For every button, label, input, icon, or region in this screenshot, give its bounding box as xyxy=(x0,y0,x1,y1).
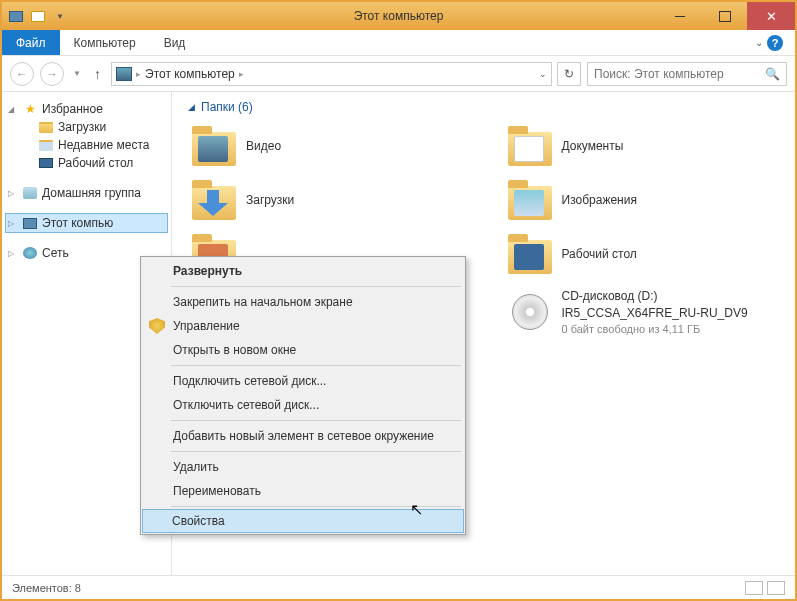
menu-item-label: Удалить xyxy=(173,460,219,474)
tab-view[interactable]: Вид xyxy=(150,30,200,55)
chevron-right-icon[interactable]: ▸ xyxy=(136,69,141,79)
item-label: Видео xyxy=(246,138,281,155)
collapse-icon: ◢ xyxy=(188,102,195,112)
quick-access-toolbar: ▼ xyxy=(2,8,68,24)
tree-label: Рабочий стол xyxy=(58,156,133,170)
menu-item-label: Добавить новый элемент в сетевое окружен… xyxy=(173,429,434,443)
status-text: Элементов: 8 xyxy=(12,582,81,594)
menu-item[interactable]: Закрепить на начальном экране xyxy=(143,290,463,314)
disc-icon xyxy=(508,292,552,332)
menu-item-label: Открыть в новом окне xyxy=(173,343,296,357)
tree-desktop[interactable]: Рабочий стол xyxy=(22,154,167,172)
refresh-button[interactable]: ↻ xyxy=(557,62,581,86)
menu-separator xyxy=(171,365,461,366)
menu-item[interactable]: Развернуть xyxy=(143,259,463,283)
up-button[interactable]: ↑ xyxy=(90,66,105,82)
menu-item[interactable]: Удалить xyxy=(143,455,463,479)
folder-icon xyxy=(192,126,236,166)
folder-icon xyxy=(508,126,552,166)
star-icon: ★ xyxy=(22,102,38,116)
menu-separator xyxy=(171,506,461,507)
item-label: Рабочий стол xyxy=(562,246,637,263)
folder-downloads[interactable]: Загрузки xyxy=(188,176,464,224)
properties-icon[interactable] xyxy=(8,8,24,24)
shield-icon xyxy=(149,318,165,334)
menu-item-label: Подключить сетевой диск... xyxy=(173,374,326,388)
search-input[interactable] xyxy=(594,67,780,81)
tree-homegroup[interactable]: ▷Домашняя группа xyxy=(6,184,167,202)
folder-icon xyxy=(508,180,552,220)
search-box[interactable]: 🔍 xyxy=(587,62,787,86)
forward-button[interactable]: → xyxy=(40,62,64,86)
menu-item-label: Свойства xyxy=(172,514,225,528)
close-button[interactable] xyxy=(747,2,795,30)
tree-label: Сеть xyxy=(42,246,69,260)
menu-separator xyxy=(171,420,461,421)
menu-item-label: Закрепить на начальном экране xyxy=(173,295,353,309)
menu-item[interactable]: Переименовать xyxy=(143,479,463,503)
section-title: Папки (6) xyxy=(201,100,253,114)
maximize-button[interactable] xyxy=(702,2,747,30)
network-icon xyxy=(22,246,38,260)
menu-item-label: Переименовать xyxy=(173,484,261,498)
chevron-right-icon[interactable]: ▸ xyxy=(239,69,244,79)
recent-icon xyxy=(38,138,54,152)
item-label: Документы xyxy=(562,138,624,155)
address-dropdown-icon[interactable]: ⌄ xyxy=(539,69,547,79)
menu-item-label: Управление xyxy=(173,319,240,333)
help-icon[interactable]: ? xyxy=(767,35,783,51)
folder-documents[interactable]: Документы xyxy=(504,122,780,170)
view-icons-button[interactable] xyxy=(767,581,785,595)
new-folder-icon[interactable] xyxy=(30,8,46,24)
view-switcher xyxy=(745,581,785,595)
drive-cd[interactable]: CD-дисковод (D:) IR5_CCSA_X64FRE_RU-RU_D… xyxy=(504,284,780,341)
menu-item[interactable]: Подключить сетевой диск... xyxy=(143,369,463,393)
menu-item[interactable]: Свойства xyxy=(142,509,464,533)
item-label: Изображения xyxy=(562,192,637,209)
item-label: Загрузки xyxy=(246,192,294,209)
folder-video[interactable]: Видео xyxy=(188,122,464,170)
tree-label: Загрузки xyxy=(58,120,106,134)
homegroup-icon xyxy=(22,186,38,200)
window-controls xyxy=(657,2,795,30)
folder-desktop[interactable]: Рабочий стол xyxy=(504,230,780,278)
back-button[interactable]: ← xyxy=(10,62,34,86)
section-header[interactable]: ◢ Папки (6) xyxy=(188,100,779,114)
menu-item[interactable]: Добавить новый элемент в сетевое окружен… xyxy=(143,424,463,448)
menu-item[interactable]: Открыть в новом окне xyxy=(143,338,463,362)
pc-icon xyxy=(22,216,38,230)
ribbon-collapse-icon[interactable]: ⌄ xyxy=(755,37,763,48)
breadcrumb[interactable]: Этот компьютер xyxy=(145,67,235,81)
menu-separator xyxy=(171,286,461,287)
folder-icon xyxy=(508,234,552,274)
view-details-button[interactable] xyxy=(745,581,763,595)
menu-item[interactable]: Управление xyxy=(143,314,463,338)
file-tab[interactable]: Файл xyxy=(2,30,60,55)
tree-downloads[interactable]: Загрузки xyxy=(22,118,167,136)
ribbon: Файл Компьютер Вид ⌄ ? xyxy=(2,30,795,56)
qat-dropdown-icon[interactable]: ▼ xyxy=(52,8,68,24)
minimize-button[interactable] xyxy=(657,2,702,30)
ribbon-right: ⌄ ? xyxy=(743,30,795,55)
tree-recent[interactable]: Недавние места xyxy=(22,136,167,154)
tab-computer[interactable]: Компьютер xyxy=(60,30,150,55)
tree-favorites[interactable]: ◢★Избранное xyxy=(6,100,167,118)
tree-this-pc[interactable]: ▷Этот компью xyxy=(5,213,168,233)
pc-icon xyxy=(116,67,132,81)
menu-item-label: Развернуть xyxy=(173,264,242,278)
address-bar[interactable]: ▸ Этот компьютер ▸ ⌄ xyxy=(111,62,552,86)
context-menu: РазвернутьЗакрепить на начальном экранеУ… xyxy=(140,256,466,535)
tree-label: Этот компью xyxy=(42,216,113,230)
menu-item[interactable]: Отключить сетевой диск... xyxy=(143,393,463,417)
history-dropdown-icon[interactable]: ▼ xyxy=(70,62,84,86)
menu-separator xyxy=(171,451,461,452)
folder-icon xyxy=(192,180,236,220)
search-icon: 🔍 xyxy=(765,67,780,81)
item-label: CD-дисковод (D:) IR5_CCSA_X64FRE_RU-RU_D… xyxy=(562,288,748,337)
tree-label: Избранное xyxy=(42,102,103,116)
menu-item-label: Отключить сетевой диск... xyxy=(173,398,319,412)
navbar: ← → ▼ ↑ ▸ Этот компьютер ▸ ⌄ ↻ 🔍 xyxy=(2,56,795,92)
folder-icon xyxy=(38,120,54,134)
folder-images[interactable]: Изображения xyxy=(504,176,780,224)
desktop-icon xyxy=(38,156,54,170)
